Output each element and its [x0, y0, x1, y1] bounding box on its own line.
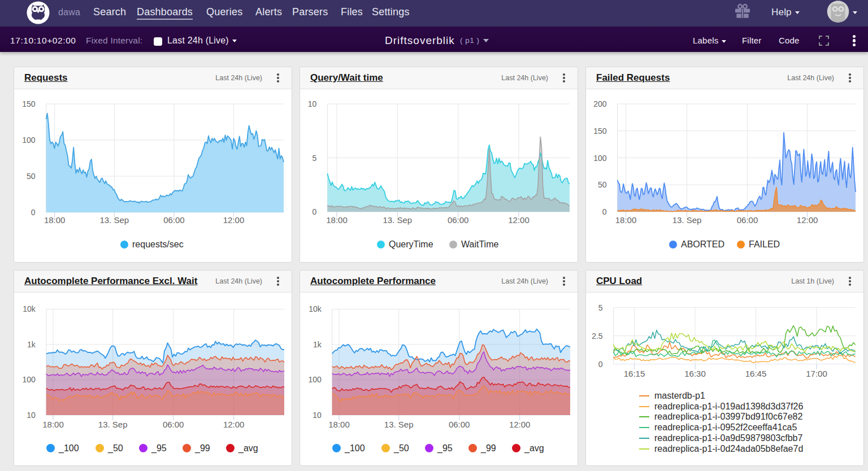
svg-text:18:00: 18:00 [44, 215, 66, 225]
svg-text:16:30: 16:30 [684, 369, 706, 378]
svg-text:18:00: 18:00 [328, 420, 350, 429]
svg-text:13. Sep: 13. Sep [99, 215, 129, 225]
svg-text:06:00: 06:00 [163, 215, 185, 225]
svg-text:100: 100 [308, 375, 322, 384]
svg-text:150: 150 [22, 99, 36, 108]
svg-text:100: 100 [22, 136, 36, 145]
svg-text:12:00: 12:00 [508, 215, 530, 225]
svg-text:12:00: 12:00 [223, 215, 245, 225]
svg-text:0: 0 [31, 208, 36, 217]
svg-text:2.5: 2.5 [592, 332, 603, 341]
svg-text:13. Sep: 13. Sep [383, 215, 412, 225]
svg-text:16:15: 16:15 [624, 369, 645, 378]
svg-text:10: 10 [27, 411, 36, 420]
svg-text:200: 200 [593, 99, 607, 108]
svg-text:0: 0 [602, 207, 607, 216]
svg-text:12:00: 12:00 [509, 420, 531, 429]
svg-text:10: 10 [313, 411, 322, 420]
svg-text:18:00: 18:00 [42, 420, 64, 429]
svg-text:100: 100 [22, 375, 36, 384]
svg-text:18:00: 18:00 [615, 215, 637, 225]
svg-text:10k: 10k [23, 304, 36, 313]
svg-text:13. Sep: 13. Sep [672, 215, 702, 225]
svg-text:1k: 1k [27, 340, 36, 349]
svg-text:10: 10 [308, 99, 317, 108]
svg-text:12:00: 12:00 [223, 420, 245, 429]
svg-text:13. Sep: 13. Sep [384, 420, 414, 429]
svg-text:5: 5 [598, 303, 603, 312]
svg-text:06:00: 06:00 [163, 420, 184, 429]
svg-text:06:00: 06:00 [737, 215, 758, 225]
svg-text:1k: 1k [313, 340, 322, 349]
svg-text:100: 100 [593, 154, 607, 163]
svg-text:5: 5 [313, 154, 317, 163]
svg-text:0: 0 [598, 360, 603, 369]
svg-text:18:00: 18:00 [326, 215, 348, 225]
svg-text:50: 50 [598, 180, 607, 189]
svg-text:06:00: 06:00 [448, 215, 469, 225]
svg-text:12:00: 12:00 [797, 215, 818, 225]
svg-text:06:00: 06:00 [449, 420, 470, 429]
svg-text:50: 50 [27, 172, 36, 181]
svg-text:0: 0 [313, 207, 317, 216]
svg-text:13. Sep: 13. Sep [98, 420, 128, 429]
svg-text:17:00: 17:00 [806, 369, 827, 378]
svg-text:10k: 10k [309, 304, 322, 313]
svg-text:16:45: 16:45 [745, 369, 767, 378]
svg-text:150: 150 [593, 127, 607, 136]
